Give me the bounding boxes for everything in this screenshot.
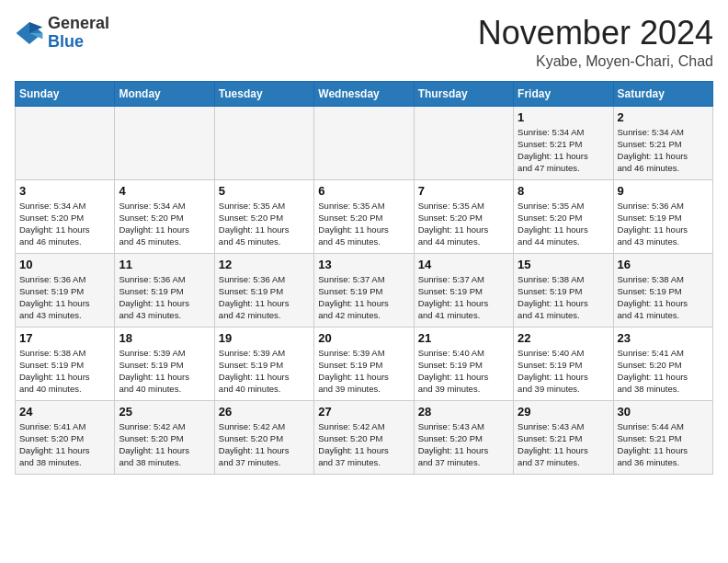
header-row: SundayMondayTuesdayWednesdayThursdayFrid… <box>16 81 713 106</box>
day-number: 12 <box>219 258 310 271</box>
day-info: Sunrise: 5:40 AM Sunset: 5:19 PM Dayligh… <box>518 347 609 396</box>
week-row-3: 10Sunrise: 5:36 AM Sunset: 5:19 PM Dayli… <box>16 253 713 327</box>
title-block: November 2024 Kyabe, Moyen-Chari, Chad <box>478 15 713 70</box>
day-info: Sunrise: 5:36 AM Sunset: 5:19 PM Dayligh… <box>219 273 310 322</box>
week-row-5: 24Sunrise: 5:41 AM Sunset: 5:20 PM Dayli… <box>16 400 713 474</box>
calendar-cell: 3Sunrise: 5:34 AM Sunset: 5:20 PM Daylig… <box>16 179 115 253</box>
day-header-saturday: Saturday <box>613 81 712 106</box>
day-header-tuesday: Tuesday <box>214 81 313 106</box>
day-number: 25 <box>119 405 210 419</box>
day-number: 6 <box>318 184 409 198</box>
calendar-cell: 17Sunrise: 5:38 AM Sunset: 5:19 PM Dayli… <box>16 327 115 400</box>
day-number: 22 <box>518 331 609 345</box>
day-info: Sunrise: 5:36 AM Sunset: 5:19 PM Dayligh… <box>119 273 210 322</box>
calendar-cell <box>414 106 513 179</box>
day-info: Sunrise: 5:37 AM Sunset: 5:19 PM Dayligh… <box>318 273 409 322</box>
calendar-cell: 21Sunrise: 5:40 AM Sunset: 5:19 PM Dayli… <box>414 327 513 400</box>
day-number: 18 <box>119 331 210 345</box>
calendar-cell: 10Sunrise: 5:36 AM Sunset: 5:19 PM Dayli… <box>16 253 115 327</box>
logo-general: General <box>48 14 109 32</box>
day-info: Sunrise: 5:34 AM Sunset: 5:20 PM Dayligh… <box>19 200 110 248</box>
calendar-cell: 9Sunrise: 5:36 AM Sunset: 5:19 PM Daylig… <box>613 179 712 253</box>
day-number: 9 <box>618 184 709 198</box>
calendar-cell: 12Sunrise: 5:36 AM Sunset: 5:19 PM Dayli… <box>214 253 313 327</box>
day-number: 21 <box>418 331 509 345</box>
calendar-cell: 1Sunrise: 5:34 AM Sunset: 5:21 PM Daylig… <box>514 106 613 179</box>
calendar-header: SundayMondayTuesdayWednesdayThursdayFrid… <box>16 81 713 106</box>
day-info: Sunrise: 5:42 AM Sunset: 5:20 PM Dayligh… <box>119 420 210 469</box>
calendar-cell: 7Sunrise: 5:35 AM Sunset: 5:20 PM Daylig… <box>414 179 513 253</box>
day-number: 10 <box>19 258 110 271</box>
calendar-cell: 19Sunrise: 5:39 AM Sunset: 5:19 PM Dayli… <box>214 327 313 400</box>
day-number: 27 <box>318 405 409 419</box>
logo: General Blue <box>15 15 109 52</box>
month-title: November 2024 <box>478 15 713 52</box>
day-info: Sunrise: 5:35 AM Sunset: 5:20 PM Dayligh… <box>219 200 310 248</box>
day-info: Sunrise: 5:35 AM Sunset: 5:20 PM Dayligh… <box>418 200 509 248</box>
day-number: 28 <box>418 405 509 419</box>
day-info: Sunrise: 5:34 AM Sunset: 5:21 PM Dayligh… <box>518 126 609 175</box>
calendar-cell: 15Sunrise: 5:38 AM Sunset: 5:19 PM Dayli… <box>514 253 613 327</box>
page-header: General Blue November 2024 Kyabe, Moyen-… <box>15 15 713 70</box>
logo-blue: Blue <box>48 32 84 51</box>
calendar-table: SundayMondayTuesdayWednesdayThursdayFrid… <box>15 81 713 475</box>
calendar-cell <box>16 106 115 179</box>
calendar-cell: 18Sunrise: 5:39 AM Sunset: 5:19 PM Dayli… <box>115 327 214 400</box>
day-number: 13 <box>318 258 409 271</box>
day-number: 29 <box>518 405 609 419</box>
day-info: Sunrise: 5:36 AM Sunset: 5:19 PM Dayligh… <box>19 273 110 322</box>
day-info: Sunrise: 5:39 AM Sunset: 5:19 PM Dayligh… <box>219 347 310 396</box>
day-info: Sunrise: 5:42 AM Sunset: 5:20 PM Dayligh… <box>219 420 310 469</box>
day-info: Sunrise: 5:43 AM Sunset: 5:20 PM Dayligh… <box>418 420 509 469</box>
day-header-sunday: Sunday <box>16 81 115 106</box>
day-header-thursday: Thursday <box>414 81 513 106</box>
calendar-cell <box>115 106 214 179</box>
day-info: Sunrise: 5:38 AM Sunset: 5:19 PM Dayligh… <box>19 347 110 396</box>
day-info: Sunrise: 5:41 AM Sunset: 5:20 PM Dayligh… <box>618 347 709 396</box>
day-info: Sunrise: 5:36 AM Sunset: 5:19 PM Dayligh… <box>618 200 709 248</box>
day-number: 20 <box>318 331 409 345</box>
calendar-cell: 14Sunrise: 5:37 AM Sunset: 5:19 PM Dayli… <box>414 253 513 327</box>
day-info: Sunrise: 5:37 AM Sunset: 5:19 PM Dayligh… <box>418 273 509 322</box>
calendar-cell: 27Sunrise: 5:42 AM Sunset: 5:20 PM Dayli… <box>314 400 414 474</box>
calendar-cell: 13Sunrise: 5:37 AM Sunset: 5:19 PM Dayli… <box>314 253 414 327</box>
calendar-cell: 26Sunrise: 5:42 AM Sunset: 5:20 PM Dayli… <box>214 400 313 474</box>
day-info: Sunrise: 5:42 AM Sunset: 5:20 PM Dayligh… <box>318 420 409 469</box>
calendar-cell: 23Sunrise: 5:41 AM Sunset: 5:20 PM Dayli… <box>613 327 712 400</box>
week-row-2: 3Sunrise: 5:34 AM Sunset: 5:20 PM Daylig… <box>16 179 713 253</box>
day-number: 8 <box>518 184 609 198</box>
calendar-cell: 6Sunrise: 5:35 AM Sunset: 5:20 PM Daylig… <box>314 179 414 253</box>
day-info: Sunrise: 5:40 AM Sunset: 5:19 PM Dayligh… <box>418 347 509 396</box>
day-number: 19 <box>219 331 310 345</box>
day-number: 1 <box>518 110 609 124</box>
day-number: 26 <box>219 405 310 419</box>
calendar-cell: 5Sunrise: 5:35 AM Sunset: 5:20 PM Daylig… <box>214 179 313 253</box>
day-number: 11 <box>119 258 210 271</box>
day-number: 3 <box>19 184 110 198</box>
calendar-cell: 30Sunrise: 5:44 AM Sunset: 5:21 PM Dayli… <box>613 400 712 474</box>
calendar-cell: 4Sunrise: 5:34 AM Sunset: 5:20 PM Daylig… <box>115 179 214 253</box>
calendar-cell <box>314 106 414 179</box>
calendar-cell: 11Sunrise: 5:36 AM Sunset: 5:19 PM Dayli… <box>115 253 214 327</box>
day-info: Sunrise: 5:39 AM Sunset: 5:19 PM Dayligh… <box>318 347 409 396</box>
day-header-friday: Friday <box>514 81 613 106</box>
location-subtitle: Kyabe, Moyen-Chari, Chad <box>478 53 713 70</box>
day-number: 15 <box>518 258 609 271</box>
day-info: Sunrise: 5:43 AM Sunset: 5:21 PM Dayligh… <box>518 420 609 469</box>
day-info: Sunrise: 5:41 AM Sunset: 5:20 PM Dayligh… <box>19 420 110 469</box>
day-number: 7 <box>418 184 509 198</box>
day-header-wednesday: Wednesday <box>314 81 414 106</box>
calendar-cell <box>214 106 313 179</box>
calendar-cell: 8Sunrise: 5:35 AM Sunset: 5:20 PM Daylig… <box>514 179 613 253</box>
day-info: Sunrise: 5:39 AM Sunset: 5:19 PM Dayligh… <box>119 347 210 396</box>
day-number: 16 <box>618 258 709 271</box>
day-header-monday: Monday <box>115 81 214 106</box>
day-number: 2 <box>618 110 709 124</box>
week-row-1: 1Sunrise: 5:34 AM Sunset: 5:21 PM Daylig… <box>16 106 713 179</box>
day-info: Sunrise: 5:35 AM Sunset: 5:20 PM Dayligh… <box>318 200 409 248</box>
calendar-cell: 28Sunrise: 5:43 AM Sunset: 5:20 PM Dayli… <box>414 400 513 474</box>
day-number: 4 <box>119 184 210 198</box>
day-number: 23 <box>618 331 709 345</box>
calendar-cell: 22Sunrise: 5:40 AM Sunset: 5:19 PM Dayli… <box>514 327 613 400</box>
day-number: 30 <box>618 405 709 419</box>
